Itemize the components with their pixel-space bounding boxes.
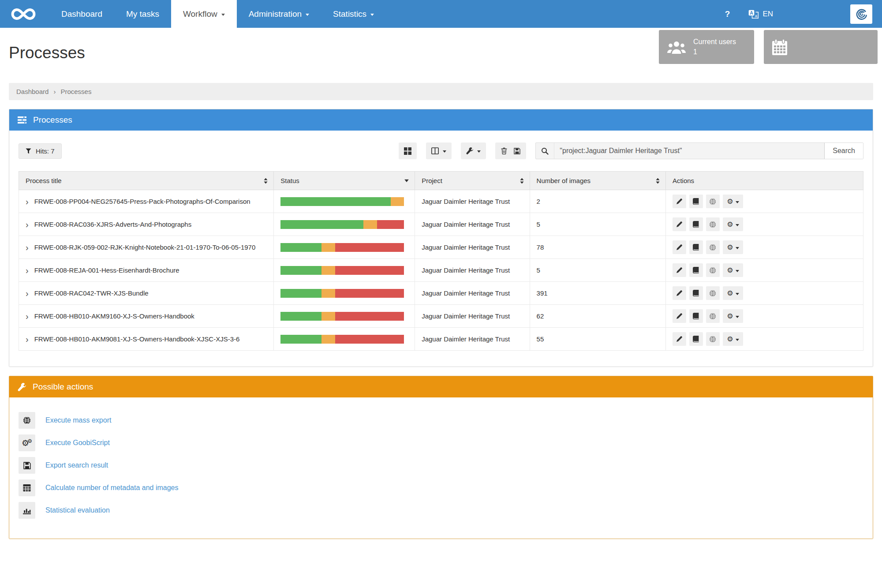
header-process-title[interactable]: Process title [19, 172, 274, 190]
action-link[interactable]: Execute GoobiScript [45, 439, 110, 447]
header-project[interactable]: Project [415, 172, 530, 190]
search-button[interactable]: Search [824, 143, 863, 159]
status-segment-red [335, 243, 404, 252]
intranda-logo[interactable] [850, 4, 872, 24]
metadata-button[interactable] [689, 240, 703, 254]
grid-view-button[interactable] [399, 142, 417, 159]
export-button[interactable] [706, 240, 720, 254]
more-actions-button[interactable]: ⚙ [723, 195, 743, 208]
sort-icon[interactable] [656, 178, 660, 184]
search-input[interactable] [554, 143, 824, 159]
process-title-text[interactable]: FRWE-008-RAC042-TWR-XJS-Bundle [34, 289, 149, 297]
caret-down-icon[interactable] [404, 179, 409, 182]
edit-button[interactable] [673, 240, 686, 254]
nav-item-administration[interactable]: Administration [237, 0, 321, 28]
edit-button[interactable] [673, 332, 686, 346]
expand-chevron-icon[interactable]: › [26, 244, 29, 251]
current-users-widget[interactable]: Current users 1 [659, 30, 754, 64]
metadata-button[interactable] [689, 286, 703, 300]
table-row: › FRWE-008-RJK-059-002-RJK-Knight-Notebo… [19, 236, 863, 259]
process-title-text[interactable]: FRWE-008-PP004-NEG257645-Press-Pack-Phot… [34, 198, 250, 205]
edit-button[interactable] [673, 309, 686, 323]
action-icon-box [19, 457, 35, 474]
metadata-button[interactable] [689, 195, 703, 208]
more-actions-button[interactable]: ⚙ [723, 240, 743, 254]
action-link[interactable]: Calculate number of metadata and images [45, 484, 179, 492]
table-row: › FRWE-008-RAC036-XJRS-Adverts-And-Photo… [19, 213, 863, 236]
images-value: 5 [530, 213, 665, 236]
goobi-logo[interactable] [0, 0, 49, 28]
processes-panel-header: Processes [9, 109, 873, 131]
delete-filter-button[interactable] [501, 147, 507, 154]
metadata-button[interactable] [689, 332, 703, 346]
edit-button[interactable] [673, 217, 686, 231]
pencil-icon [676, 336, 683, 342]
nav-item-workflow[interactable]: Workflow [171, 0, 237, 28]
expand-chevron-icon[interactable]: › [26, 313, 29, 320]
help-icon[interactable]: ? [725, 9, 730, 19]
images-value: 62 [530, 305, 665, 328]
book-icon [693, 313, 699, 319]
action-link[interactable]: Export search result [45, 461, 108, 469]
export-button[interactable] [706, 263, 720, 277]
more-actions-button[interactable]: ⚙ [723, 263, 743, 277]
export-button[interactable] [706, 195, 720, 208]
book-icon [693, 244, 699, 251]
calendar-widget[interactable] [764, 30, 878, 64]
metadata-button[interactable] [689, 309, 703, 323]
sort-icon[interactable] [264, 178, 268, 184]
action-link[interactable]: Statistical evaluation [45, 506, 110, 514]
toolbar-right: Search [399, 142, 863, 159]
expand-chevron-icon[interactable]: › [26, 290, 29, 297]
edit-button[interactable] [673, 195, 686, 208]
export-button[interactable] [706, 286, 720, 300]
tools-menu-button[interactable] [461, 142, 486, 159]
expand-chevron-icon[interactable]: › [26, 267, 29, 274]
process-title-text[interactable]: FRWE-008-RAC036-XJRS-Adverts-And-Photogr… [34, 221, 192, 228]
columns-menu-button[interactable] [426, 142, 452, 159]
nav-item-statistics[interactable]: Statistics [321, 0, 386, 28]
more-actions-button[interactable]: ⚙ [723, 217, 743, 231]
expand-chevron-icon[interactable]: › [26, 221, 29, 228]
nav-item-dashboard[interactable]: Dashboard [49, 0, 114, 28]
export-button[interactable] [706, 332, 720, 346]
nav-label: Statistics [333, 9, 366, 19]
trash-icon [501, 147, 507, 154]
status-segment-orange [321, 312, 335, 321]
process-title-text[interactable]: FRWE-008-REJA-001-Hess-Eisenhardt-Brochu… [34, 266, 179, 274]
more-actions-button[interactable]: ⚙ [723, 286, 743, 300]
export-button[interactable] [706, 309, 720, 323]
status-segment-orange [321, 289, 335, 298]
globe-icon [709, 267, 716, 274]
svg-text:A: A [750, 10, 754, 15]
process-title-text[interactable]: FRWE-008-RJK-059-002-RJK-Knight-Notebook… [34, 243, 256, 251]
more-actions-button[interactable]: ⚙ [723, 309, 743, 323]
action-icon-box [19, 502, 35, 519]
status-segment-green [280, 266, 321, 275]
process-title-text[interactable]: FRWE-008-HB010-AKM9081-XJ-S-Owners-Handb… [34, 335, 240, 343]
infinity-icon [11, 7, 36, 21]
metadata-button[interactable] [689, 263, 703, 277]
expand-chevron-icon[interactable]: › [26, 198, 29, 205]
edit-button[interactable] [673, 263, 686, 277]
save-filter-button[interactable] [514, 148, 520, 154]
nav-item-my-tasks[interactable]: My tasks [114, 0, 171, 28]
globe-icon [709, 313, 716, 320]
process-title-text[interactable]: FRWE-008-HB010-AKM9160-XJ-S-Owners-Handb… [34, 312, 194, 320]
more-actions-button[interactable]: ⚙ [723, 332, 743, 346]
table-icon [23, 484, 31, 491]
status-segment-red [335, 289, 404, 298]
caret-down-icon [736, 201, 739, 203]
status-bar [280, 243, 404, 252]
header-number-of-images[interactable]: Number of images [530, 172, 665, 190]
breadcrumb-dashboard-link[interactable]: Dashboard [16, 88, 49, 95]
expand-chevron-icon[interactable]: › [26, 336, 29, 343]
sort-icon[interactable] [520, 178, 524, 184]
action-link[interactable]: Execute mass export [45, 416, 111, 424]
export-button[interactable] [706, 217, 720, 231]
hits-filter-button[interactable]: Hits: 7 [19, 143, 62, 159]
edit-button[interactable] [673, 286, 686, 300]
metadata-button[interactable] [689, 217, 703, 231]
language-switcher[interactable]: A a EN [748, 10, 773, 19]
header-status[interactable]: Status [274, 172, 415, 190]
